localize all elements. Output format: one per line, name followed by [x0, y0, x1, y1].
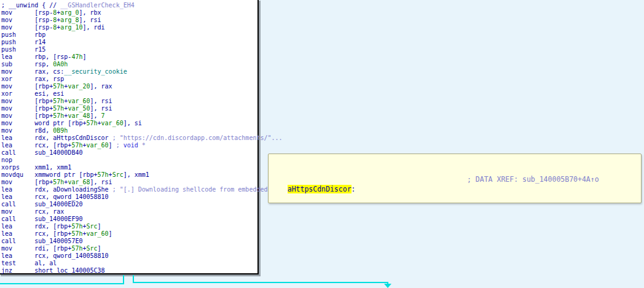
token-g: 57h — [53, 179, 64, 185]
asm-line[interactable]: jnz short loc_140005C38 — [1, 267, 257, 274]
asm-line[interactable]: mov [rbp+57h+var_20], rax — [1, 83, 257, 90]
token-n: xorps xmm1, xmm1 — [1, 164, 71, 171]
token-g: arg_0 — [60, 9, 79, 16]
token-n: ], xmm1 — [124, 171, 149, 178]
asm-line[interactable]: push r14 — [1, 39, 257, 46]
token-n: call sub_14000DB40 — [1, 149, 82, 156]
asm-line[interactable]: xorps xmm1, xmm1 — [1, 164, 257, 171]
token-n: mov [rbp+ — [1, 112, 53, 119]
token-g: Src — [86, 223, 97, 230]
token-n: mov [rbp+ — [1, 105, 53, 112]
token-n: push rbp — [1, 31, 45, 38]
token-g: Src — [86, 245, 97, 252]
asm-line[interactable]: mov r8d, 0B9h — [1, 127, 257, 134]
token-n: test al, al — [1, 260, 57, 267]
asm-line[interactable]: test al, al — [1, 260, 257, 267]
asm-line[interactable]: mov word ptr [rbp+57h+var_60], si — [1, 120, 257, 127]
string-hint-popup: aHttpsCdnDiscor: ; DATA XREF: sub_140005… — [268, 154, 642, 203]
token-g: arg_10 — [60, 24, 82, 31]
token-n: lea rbp, [rsp- — [1, 53, 71, 60]
token-g: var_60 — [86, 142, 108, 149]
token-n: sub rsp, — [1, 61, 53, 68]
asm-line[interactable]: mov [rsp-8+arg_0], rbx — [1, 9, 257, 17]
asm-line[interactable]: movdqu xmmword ptr [rbp+57h+Src], xmm1 — [1, 171, 257, 179]
asm-line[interactable]: lea rcx, qword_140058810 — [1, 252, 257, 260]
token-n: mov [rsp- — [1, 24, 53, 31]
asm-line[interactable]: call sub_14000DB40 — [1, 149, 257, 157]
edge-right-horizontal — [133, 282, 388, 283]
asm-line[interactable]: mov rax, cs:__security_cookie — [1, 68, 257, 76]
token-g: 0B9h — [53, 127, 68, 134]
asm-line[interactable]: lea rdx, [rbp+57h+Src] — [1, 223, 257, 230]
asm-line[interactable]: call sub_1400057E0 — [1, 238, 257, 245]
token-n: push r15 — [1, 46, 45, 53]
asm-line[interactable]: mov [rsp-8+arg_8], rsi — [1, 17, 257, 24]
token-n: ], rdi — [82, 24, 104, 31]
edge-left-horizontal — [0, 283, 124, 284]
token-n: ], rsi — [90, 105, 112, 112]
ida-graph-view: { "colors": { "background": "#e8f4fb", "… — [0, 0, 644, 288]
data-xref-comment[interactable]: ; DATA XREF: sub_140005B70+4A↑o — [467, 174, 599, 184]
token-c: __GSHandlerCheck_EH4 — [60, 2, 134, 9]
disassembly-node[interactable]: ; __unwind { // __GSHandlerCheck_EH4mov … — [0, 0, 259, 274]
token-g: var_60 — [101, 120, 124, 126]
token-n: call sub_14000EF90 — [1, 216, 82, 222]
token-n: ] — [98, 245, 101, 252]
token-n: push r14 — [1, 39, 45, 45]
token-n: ], rax — [90, 83, 112, 90]
token-n: mov [rbp+ — [1, 98, 53, 104]
asm-line[interactable]: call sub_14000EF90 — [1, 216, 257, 223]
token-g: 57h — [98, 171, 109, 178]
asm-line[interactable]: call sub_14000ED20 — [1, 201, 257, 208]
token-g: 0A0h — [53, 61, 68, 68]
token-n: mov [rsp- — [1, 9, 53, 16]
asm-line[interactable]: lea rcx, qword_140058810 — [1, 193, 257, 201]
token-n: lea rdx, [rbp+ — [1, 223, 71, 230]
asm-line[interactable]: mov rcx, rax — [1, 208, 257, 216]
asm-line[interactable]: xor esi, esi — [1, 90, 257, 98]
asm-line[interactable]: lea rbp, [rsp-47h] — [1, 53, 257, 61]
asm-line[interactable]: nop — [1, 157, 257, 164]
token-c: * — [138, 142, 146, 149]
token-n: xor rax, rsp — [1, 76, 64, 82]
token-n: ], rbx — [79, 9, 101, 16]
token-g: var_60 — [68, 98, 90, 104]
asm-line[interactable]: push r15 — [1, 46, 257, 53]
token-n: ], — [90, 112, 101, 119]
asm-line[interactable]: mov [rbp+57h+var_48], 7 — [1, 112, 257, 120]
token-n: lea rcx, qword_140058810 — [1, 252, 109, 259]
asm-line[interactable]: xor rax, rsp — [1, 76, 257, 83]
token-n: ] — [109, 142, 116, 149]
asm-line[interactable]: mov [rbp+57h+var_60], rsi — [1, 98, 257, 105]
asm-line[interactable]: mov [rsp-8+arg_10], rdi — [1, 24, 257, 31]
token-g: var_68 — [68, 179, 90, 185]
token-n: mov rcx, rax — [1, 208, 64, 215]
asm-line[interactable]: lea rcx, [rbp+57h+var_60] ; void * — [1, 142, 257, 149]
highlighted-string-name[interactable]: aHttpsCdnDiscor — [288, 185, 351, 193]
asm-line[interactable]: lea rdx, aDownloadingShe ; "[.] Download… — [1, 186, 257, 193]
token-n: lea rdx, aHttpsCdnDiscor — [1, 134, 112, 141]
token-c: ; "[.] Downloading shellcode from embedd… — [112, 186, 283, 193]
token-n: movdqu xmmword ptr [rbp+ — [1, 171, 98, 178]
token-n: ] — [109, 230, 112, 237]
asm-line[interactable]: mov rdi, [rbp+57h+Src] — [1, 245, 257, 252]
asm-line[interactable]: ; __unwind { // __GSHandlerCheck_EH4 — [1, 2, 257, 9]
token-n: xor esi, esi — [1, 90, 64, 97]
asm-line[interactable]: mov [rbp+57h+var_68], rsi — [1, 179, 257, 186]
token-g: 57h — [86, 120, 97, 126]
asm-line[interactable]: mov [rbp+57h+var_50], rsi — [1, 105, 257, 112]
token-n: call sub_1400057E0 — [1, 238, 82, 244]
token-n: mov [rsp- — [1, 17, 53, 23]
asm-line[interactable]: lea rcx, [rbp+57h+var_60] — [1, 230, 257, 238]
token-g: var_20 — [68, 83, 90, 90]
token-n: ], rsi — [79, 17, 101, 23]
asm-listing: ; __unwind { // __GSHandlerCheck_EH4mov … — [0, 0, 257, 274]
asm-line[interactable]: push rbp — [1, 31, 257, 39]
asm-line[interactable]: lea rdx, aHttpsCdnDiscor ; "https://cdn.… — [1, 134, 257, 142]
token-g: 57h — [71, 245, 82, 252]
token-n: nop — [1, 157, 12, 163]
token-g: var_48 — [68, 112, 90, 119]
token-g: 57h — [71, 230, 82, 237]
asm-line[interactable]: sub rsp, 0A0h — [1, 61, 257, 68]
string-label-line: aHttpsCdnDiscor: ; DATA XREF: sub_140005… — [270, 174, 641, 184]
